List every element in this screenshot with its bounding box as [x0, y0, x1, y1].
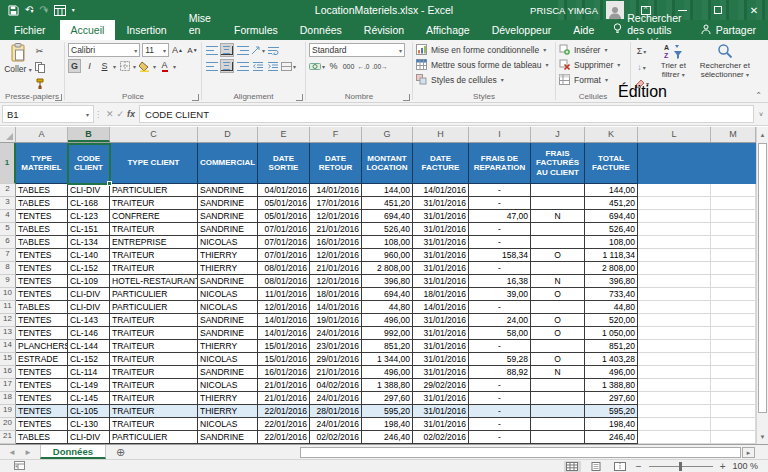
- cell-E10[interactable]: 11/01/2016: [258, 288, 310, 301]
- cell-D6[interactable]: NICOLAS: [198, 236, 258, 249]
- cell-J5[interactable]: [531, 223, 585, 236]
- row-header-8[interactable]: 8: [0, 262, 16, 275]
- row-header-7[interactable]: 7: [0, 249, 16, 262]
- delete-cells-button[interactable]: Supprimer▾: [559, 57, 628, 72]
- grow-font-button[interactable]: A▲: [171, 43, 184, 57]
- minimize-button[interactable]: [668, 0, 696, 20]
- borders-button[interactable]: [118, 59, 131, 73]
- increase-decimal-button[interactable]: ←.0: [357, 59, 370, 73]
- cell-M3[interactable]: [711, 197, 756, 210]
- cell-J8[interactable]: [531, 262, 585, 275]
- cell-D13[interactable]: SANDRINE: [198, 327, 258, 340]
- save-icon[interactable]: [8, 5, 19, 16]
- cell-C8[interactable]: TRAITEUR: [110, 262, 198, 275]
- close-button[interactable]: ✕: [740, 0, 768, 20]
- cell-J16[interactable]: N: [531, 366, 585, 379]
- cell-E6[interactable]: 07/01/2016: [258, 236, 310, 249]
- cell-E17[interactable]: 21/01/2016: [258, 379, 310, 392]
- cell-F13[interactable]: 24/01/2016: [310, 327, 362, 340]
- cell-B4[interactable]: CL-123: [68, 210, 110, 223]
- cell-C15[interactable]: TRAITEUR: [110, 353, 198, 366]
- row-header-15[interactable]: 15: [0, 353, 16, 366]
- cell-G5[interactable]: 526,40: [362, 223, 413, 236]
- cell-M2[interactable]: [711, 184, 756, 197]
- tell-me-box[interactable]: Rechercher des outils adaptés: [605, 20, 700, 40]
- column-header-K[interactable]: K: [585, 127, 638, 142]
- cell-J3[interactable]: [531, 197, 585, 210]
- cell-L2[interactable]: [638, 184, 711, 197]
- cell-K6[interactable]: 108,00: [585, 236, 638, 249]
- new-sheet-button[interactable]: ⊕: [106, 445, 135, 459]
- cell-D19[interactable]: THIERRY: [198, 405, 258, 418]
- cell-J10[interactable]: O: [531, 288, 585, 301]
- cell-K9[interactable]: 396,80: [585, 275, 638, 288]
- cell-B16[interactable]: CL-114: [68, 366, 110, 379]
- cell-C17[interactable]: TRAITEUR: [110, 379, 198, 392]
- number-dialog-launcher[interactable]: [403, 94, 410, 101]
- cell-A14[interactable]: PLANCHERS: [16, 340, 68, 353]
- paste-button[interactable]: Coller ▾: [3, 42, 33, 74]
- cell-H8[interactable]: 31/01/2016: [413, 262, 469, 275]
- cell-M11[interactable]: [711, 301, 756, 314]
- font-color-dropdown-icon[interactable]: ▾: [173, 63, 176, 70]
- cell-I21[interactable]: -: [469, 431, 531, 444]
- cell-G1[interactable]: MONTANT LOCATION: [362, 143, 413, 184]
- cell-D12[interactable]: SANDRINE: [198, 314, 258, 327]
- cell-B11[interactable]: CLI-DIV: [68, 301, 110, 314]
- cell-C10[interactable]: PARTICULIER: [110, 288, 198, 301]
- bold-button[interactable]: G: [68, 59, 81, 73]
- cell-A6[interactable]: TABLES: [16, 236, 68, 249]
- formula-input[interactable]: CODE CLIENT: [139, 105, 754, 123]
- cell-D21[interactable]: SANDRINE: [198, 431, 258, 444]
- cell-I20[interactable]: -: [469, 418, 531, 431]
- cell-A4[interactable]: TENTES: [16, 210, 68, 223]
- cell-L20[interactable]: [638, 418, 711, 431]
- cell-A9[interactable]: TENTES: [16, 275, 68, 288]
- cell-I15[interactable]: 59,28: [469, 353, 531, 366]
- row-header-20[interactable]: 20: [0, 418, 16, 431]
- normal-view-button[interactable]: [564, 461, 581, 472]
- cell-H20[interactable]: 31/01/2016: [413, 418, 469, 431]
- cell-I8[interactable]: -: [469, 262, 531, 275]
- cell-A13[interactable]: TENTES: [16, 327, 68, 340]
- sheet-nav-left-icon[interactable]: ◄: [8, 448, 16, 457]
- undo-dropdown-icon[interactable]: ▾: [30, 8, 33, 14]
- cell-L13[interactable]: [638, 327, 711, 340]
- row-header-12[interactable]: 12: [0, 314, 16, 327]
- redo-dropdown-icon[interactable]: ▾: [45, 8, 48, 14]
- align-center-icon[interactable]: [220, 59, 234, 73]
- cell-E18[interactable]: 21/01/2016: [258, 392, 310, 405]
- cell-L17[interactable]: [638, 379, 711, 392]
- cell-L3[interactable]: [638, 197, 711, 210]
- cell-F11[interactable]: 14/01/2016: [310, 301, 362, 314]
- cell-D20[interactable]: NICOLAS: [198, 418, 258, 431]
- decrease-indent-icon[interactable]: [251, 59, 264, 73]
- cell-H19[interactable]: 31/01/2016: [413, 405, 469, 418]
- cell-J4[interactable]: N: [531, 210, 585, 223]
- align-top-icon[interactable]: [205, 43, 218, 57]
- cell-F2[interactable]: 14/01/2016: [310, 184, 362, 197]
- cell-M12[interactable]: [711, 314, 756, 327]
- cell-C2[interactable]: PARTICULIER: [110, 184, 198, 197]
- tab-mise-en-page[interactable]: Mise en page: [178, 20, 223, 40]
- cell-D2[interactable]: SANDRINE: [198, 184, 258, 197]
- tab-formules[interactable]: Formules: [223, 20, 289, 40]
- cell-A12[interactable]: TENTES: [16, 314, 68, 327]
- cell-K7[interactable]: 1 118,34: [585, 249, 638, 262]
- cell-A21[interactable]: TABLES: [16, 431, 68, 444]
- cell-A2[interactable]: TABLES: [16, 184, 68, 197]
- maximize-button[interactable]: [704, 0, 732, 20]
- cell-M20[interactable]: [711, 418, 756, 431]
- cell-G4[interactable]: 694,40: [362, 210, 413, 223]
- cell-C9[interactable]: HOTEL-RESTAURANT: [110, 275, 198, 288]
- cell-K17[interactable]: 1 388,80: [585, 379, 638, 392]
- redo-button[interactable]: ↷▾: [39, 0, 47, 21]
- cell-E21[interactable]: 22/01/2016: [258, 431, 310, 444]
- enter-entry-icon[interactable]: ✓: [117, 109, 125, 119]
- cell-F12[interactable]: 19/01/2016: [310, 314, 362, 327]
- column-header-F[interactable]: F: [310, 127, 362, 142]
- column-header-J[interactable]: J: [531, 127, 585, 142]
- cell-B14[interactable]: CL-144: [68, 340, 110, 353]
- cell-K13[interactable]: 1 050,00: [585, 327, 638, 340]
- cell-D8[interactable]: THIERRY: [198, 262, 258, 275]
